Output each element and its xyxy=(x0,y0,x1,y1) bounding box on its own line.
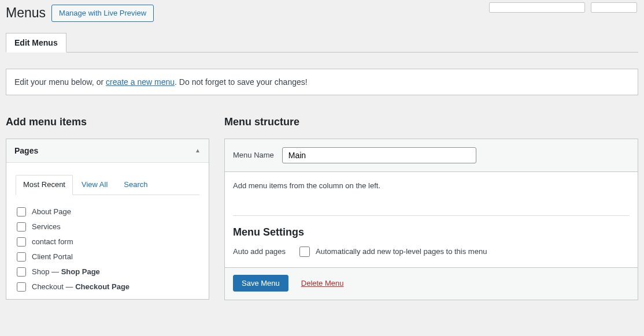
list-item: Services xyxy=(16,219,199,234)
notice-banner: Edit your menu below, or create a new me… xyxy=(6,69,638,95)
menu-name-input[interactable] xyxy=(282,147,476,163)
page-checkbox[interactable] xyxy=(17,237,26,247)
menu-settings-title: Menu Settings xyxy=(233,226,630,238)
page-checkbox[interactable] xyxy=(17,252,26,262)
pages-accordion: Pages ▲ Most Recent View All Search Abou… xyxy=(6,139,209,300)
auto-add-checkbox[interactable] xyxy=(299,247,310,257)
delete-menu-link[interactable]: Delete Menu xyxy=(301,279,344,288)
list-item: Client Portal xyxy=(16,249,199,264)
page-title: Menus xyxy=(6,5,46,21)
menu-name-label: Menu Name xyxy=(233,151,274,159)
page-label: Checkout — Checkout Page xyxy=(32,282,129,291)
tab-edit-menus[interactable]: Edit Menus xyxy=(6,33,66,53)
page-label: contact form xyxy=(32,237,73,246)
auto-add-desc: Automatically add new top-level pages to… xyxy=(316,247,487,256)
page-label: Client Portal xyxy=(32,252,73,261)
subtab-search[interactable]: Search xyxy=(116,175,155,195)
page-checkbox[interactable] xyxy=(17,207,26,216)
page-checkbox[interactable] xyxy=(17,222,26,232)
list-item: About Page xyxy=(16,204,199,219)
list-item: contact form xyxy=(16,234,199,249)
notice-suffix: . Do not forget to save your changes! xyxy=(175,77,308,87)
subtab-most-recent[interactable]: Most Recent xyxy=(16,175,73,195)
page-label: About Page xyxy=(32,207,71,216)
auto-add-label: Auto add pages xyxy=(233,247,286,256)
structure-hint: Add menu items from the column on the le… xyxy=(233,181,630,190)
add-items-heading: Add menu items xyxy=(6,116,209,128)
create-new-menu-link[interactable]: create a new menu xyxy=(106,77,175,87)
screen-option-button-2[interactable] xyxy=(591,2,637,13)
screen-options-area xyxy=(489,2,637,13)
live-preview-button[interactable]: Manage with Live Preview xyxy=(51,5,154,22)
list-item: Checkout — Checkout Page xyxy=(16,279,199,294)
page-label: Shop — Shop Page xyxy=(32,267,100,276)
save-menu-button[interactable]: Save Menu xyxy=(233,275,288,292)
pages-list: About Page Services contact form Client … xyxy=(16,204,199,294)
menu-structure-panel: Menu Name Add menu items from the column… xyxy=(224,139,638,300)
menu-structure-heading: Menu structure xyxy=(224,116,638,128)
list-item: Shop — Shop Page xyxy=(16,264,199,279)
page-checkbox[interactable] xyxy=(17,282,26,292)
screen-option-button-1[interactable] xyxy=(489,2,585,13)
pages-accordion-header[interactable]: Pages ▲ xyxy=(6,139,209,163)
pages-accordion-title: Pages xyxy=(14,146,38,155)
notice-prefix: Edit your menu below, or xyxy=(14,77,106,87)
page-label: Services xyxy=(32,222,61,231)
subtab-view-all[interactable]: View All xyxy=(74,175,115,195)
page-checkbox[interactable] xyxy=(17,267,26,277)
divider xyxy=(233,215,630,216)
caret-up-icon: ▲ xyxy=(195,147,201,154)
